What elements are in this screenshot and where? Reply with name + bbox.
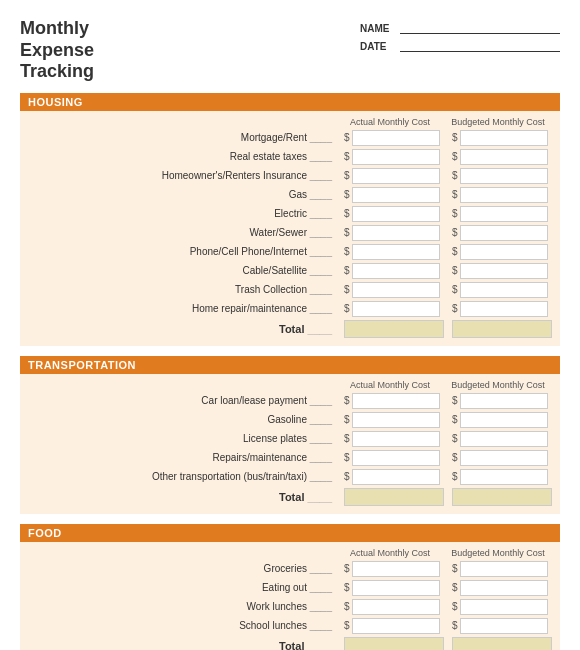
budgeted-input[interactable]	[460, 431, 548, 447]
budgeted-input[interactable]	[460, 206, 548, 222]
dollar-sign: $	[344, 189, 350, 200]
actual-input[interactable]	[352, 450, 440, 466]
budgeted-input[interactable]	[460, 393, 548, 409]
actual-total-cell	[344, 637, 444, 650]
budgeted-input-cell: $	[452, 469, 552, 485]
expense-label: Home repair/maintenance	[28, 303, 336, 314]
dollar-sign: $	[452, 208, 458, 219]
budgeted-input[interactable]	[460, 168, 548, 184]
name-date-block: NAME DATE	[360, 18, 560, 52]
expense-label: Cable/Satellite	[28, 265, 336, 276]
expense-row: Trash Collection$$	[28, 282, 552, 298]
dollar-sign: $	[344, 563, 350, 574]
budgeted-total-cell	[452, 320, 552, 338]
dollar-sign: $	[344, 227, 350, 238]
budgeted-total-input[interactable]	[452, 320, 552, 338]
actual-input-cell: $	[344, 244, 444, 260]
budgeted-input[interactable]	[460, 282, 548, 298]
sections-container: HOUSINGActual Monthly CostBudgeted Month…	[20, 93, 560, 650]
actual-input[interactable]	[352, 282, 440, 298]
actual-input[interactable]	[352, 225, 440, 241]
actual-input[interactable]	[352, 618, 440, 634]
dollar-sign: $	[344, 151, 350, 162]
dollar-sign: $	[452, 471, 458, 482]
expense-label: Eating out	[28, 582, 336, 593]
total-row-food: Total	[28, 637, 552, 650]
actual-input[interactable]	[352, 130, 440, 146]
dollar-sign: $	[452, 620, 458, 631]
budgeted-input[interactable]	[460, 187, 548, 203]
budgeted-input[interactable]	[460, 301, 548, 317]
expense-label: Groceries	[28, 563, 336, 574]
actual-input[interactable]	[352, 168, 440, 184]
budgeted-input[interactable]	[460, 244, 548, 260]
actual-input[interactable]	[352, 263, 440, 279]
expense-label: Repairs/maintenance	[28, 452, 336, 463]
budgeted-input[interactable]	[460, 149, 548, 165]
budgeted-total-input[interactable]	[452, 488, 552, 506]
actual-input[interactable]	[352, 412, 440, 428]
actual-input-cell: $	[344, 450, 444, 466]
budgeted-input[interactable]	[460, 130, 548, 146]
actual-input[interactable]	[352, 431, 440, 447]
expense-row: School lunches$$	[28, 618, 552, 634]
expense-label: Car loan/lease payment	[28, 395, 336, 406]
title-block: Monthly Expense Tracking	[20, 18, 94, 83]
budgeted-input[interactable]	[460, 412, 548, 428]
expense-row: Car loan/lease payment$$	[28, 393, 552, 409]
total-row-housing: Total	[28, 320, 552, 338]
dollar-sign: $	[452, 395, 458, 406]
expense-label: Other transportation (bus/train/taxi)	[28, 471, 336, 482]
actual-input-cell: $	[344, 618, 444, 634]
col-headers-transportation: Actual Monthly CostBudgeted Monthly Cost	[28, 380, 552, 390]
actual-input-cell: $	[344, 561, 444, 577]
budgeted-input[interactable]	[460, 263, 548, 279]
actual-input[interactable]	[352, 393, 440, 409]
budgeted-col-header: Budgeted Monthly Cost	[448, 117, 548, 127]
actual-total-input[interactable]	[344, 320, 444, 338]
budgeted-input-cell: $	[452, 618, 552, 634]
section-body-housing: Actual Monthly CostBudgeted Monthly Cost…	[20, 111, 560, 346]
actual-total-input[interactable]	[344, 637, 444, 650]
expense-row: Electric$$	[28, 206, 552, 222]
dollar-sign: $	[344, 620, 350, 631]
actual-input-cell: $	[344, 168, 444, 184]
budgeted-input-cell: $	[452, 282, 552, 298]
expense-label: Gas	[28, 189, 336, 200]
budgeted-input[interactable]	[460, 469, 548, 485]
expense-label: Real estate taxes	[28, 151, 336, 162]
budgeted-input[interactable]	[460, 225, 548, 241]
dollar-sign: $	[452, 189, 458, 200]
actual-input[interactable]	[352, 206, 440, 222]
name-line	[400, 22, 560, 34]
date-label: DATE	[360, 41, 394, 52]
budgeted-input[interactable]	[460, 618, 548, 634]
name-label: NAME	[360, 23, 394, 34]
budgeted-input-cell: $	[452, 225, 552, 241]
expense-row: Home repair/maintenance$$	[28, 301, 552, 317]
budgeted-input[interactable]	[460, 450, 548, 466]
total-label-food: Total	[28, 640, 336, 650]
expense-label: School lunches	[28, 620, 336, 631]
actual-input[interactable]	[352, 187, 440, 203]
section-housing: HOUSINGActual Monthly CostBudgeted Month…	[20, 93, 560, 346]
budgeted-total-input[interactable]	[452, 637, 552, 650]
actual-input[interactable]	[352, 149, 440, 165]
budgeted-input[interactable]	[460, 561, 548, 577]
actual-input[interactable]	[352, 580, 440, 596]
budgeted-input[interactable]	[460, 580, 548, 596]
actual-total-input[interactable]	[344, 488, 444, 506]
date-row: DATE	[360, 40, 560, 52]
actual-input[interactable]	[352, 244, 440, 260]
actual-input-cell: $	[344, 301, 444, 317]
actual-input[interactable]	[352, 469, 440, 485]
actual-input-cell: $	[344, 263, 444, 279]
actual-input[interactable]	[352, 599, 440, 615]
dollar-sign: $	[452, 265, 458, 276]
budgeted-input[interactable]	[460, 599, 548, 615]
actual-input[interactable]	[352, 301, 440, 317]
budgeted-input-cell: $	[452, 561, 552, 577]
section-body-transportation: Actual Monthly CostBudgeted Monthly Cost…	[20, 374, 560, 514]
budgeted-input-cell: $	[452, 599, 552, 615]
actual-input[interactable]	[352, 561, 440, 577]
